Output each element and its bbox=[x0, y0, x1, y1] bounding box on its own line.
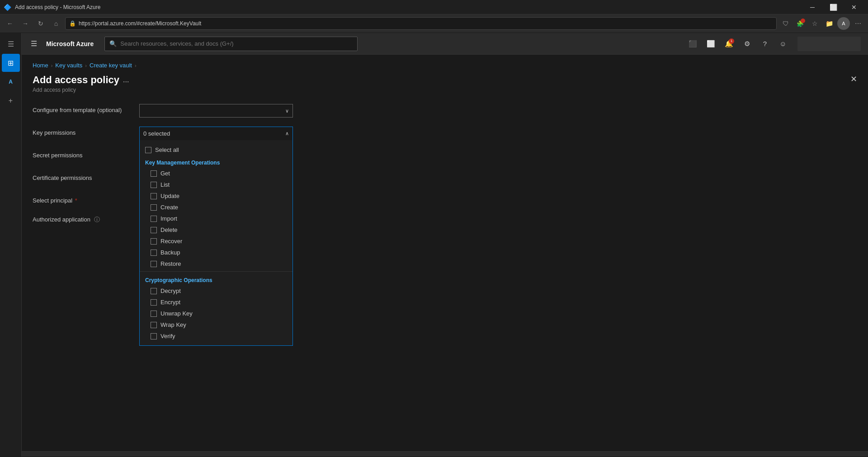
certificate-permissions-label: Certificate permissions bbox=[33, 172, 132, 181]
settings-btn[interactable]: ⚙ bbox=[740, 37, 754, 51]
breadcrumb-home[interactable]: Home bbox=[33, 62, 48, 69]
notification-badge: 1 bbox=[729, 38, 734, 44]
profile-section[interactable] bbox=[797, 37, 861, 51]
breadcrumb: Home › Key vaults › Create key vault › bbox=[33, 62, 857, 69]
browser-menu-btn[interactable]: ⋯ bbox=[852, 17, 864, 30]
help-btn[interactable]: ? bbox=[758, 37, 772, 51]
authorized-app-label: Authorized application ⓘ bbox=[33, 213, 132, 224]
select-all-checkbox[interactable] bbox=[145, 147, 151, 153]
breadcrumb-create[interactable]: Create key vault bbox=[90, 62, 132, 69]
create-label: Create bbox=[160, 204, 178, 211]
home-button[interactable]: ⌂ bbox=[50, 17, 62, 30]
notifications-btn[interactable]: 🔔 1 bbox=[722, 37, 736, 51]
minimize-button[interactable]: ─ bbox=[802, 0, 823, 14]
title-bar-controls: ─ ⬜ ✕ bbox=[802, 0, 864, 14]
feedback-btn[interactable]: ☺ bbox=[776, 37, 790, 51]
profile-avatar[interactable]: A bbox=[837, 17, 850, 30]
checkbox-encrypt[interactable]: Encrypt bbox=[140, 297, 292, 308]
checkbox-wrap-key[interactable]: Wrap Key bbox=[140, 319, 292, 330]
unwrap-key-label: Unwrap Key bbox=[160, 310, 193, 317]
main-area: ☰ Microsoft Azure 🔍 ⬛ ⬜ 🔔 1 ⚙ ? ☺ bbox=[22, 33, 868, 457]
azure-layout: ☰ ⊞ A + ☰ Microsoft Azure 🔍 ⬛ ⬜ 🔔 1 ⚙ ? bbox=[0, 33, 868, 457]
maximize-button[interactable]: ⬜ bbox=[823, 0, 844, 14]
template-chevron-down-icon: ∨ bbox=[285, 108, 289, 114]
more-options-btn[interactable]: ... bbox=[123, 76, 129, 84]
key-permissions-chevron-up-icon: ∧ bbox=[285, 131, 289, 137]
delete-checkbox[interactable] bbox=[151, 227, 157, 233]
select-all-row[interactable]: Select all bbox=[140, 144, 292, 156]
key-permissions-control: 0 selected ∧ Select all bbox=[139, 127, 320, 140]
section-divider bbox=[140, 271, 292, 272]
search-input[interactable] bbox=[120, 40, 353, 47]
checkbox-backup[interactable]: Backup bbox=[140, 247, 292, 258]
bottom-scrollbar[interactable] bbox=[22, 451, 868, 457]
refresh-button[interactable]: ↻ bbox=[34, 17, 47, 30]
form-area: Configure from template (optional) ∨ Key… bbox=[33, 104, 857, 245]
list-checkbox[interactable] bbox=[151, 182, 157, 188]
shield-icon-btn[interactable]: 🛡 bbox=[779, 17, 792, 30]
required-indicator: * bbox=[75, 197, 77, 204]
update-checkbox[interactable] bbox=[151, 193, 157, 199]
title-bar: 🔷 Add access policy - Microsoft Azure ─ … bbox=[0, 0, 868, 14]
sidebar-home-btn[interactable]: ⊞ bbox=[2, 54, 20, 72]
checkbox-create[interactable]: Create bbox=[140, 202, 292, 213]
top-nav: ☰ Microsoft Azure 🔍 ⬛ ⬜ 🔔 1 ⚙ ? ☺ bbox=[22, 33, 868, 55]
decrypt-checkbox[interactable] bbox=[151, 288, 157, 294]
search-icon: 🔍 bbox=[109, 40, 117, 47]
breadcrumb-sep-3: › bbox=[135, 63, 137, 68]
browser-chrome: ← → ↻ ⌂ 🔒 https://portal.azure.com/#crea… bbox=[0, 14, 868, 33]
forward-button[interactable]: → bbox=[19, 17, 32, 30]
import-checkbox[interactable] bbox=[151, 216, 157, 222]
backup-checkbox[interactable] bbox=[151, 250, 157, 256]
back-button[interactable]: ← bbox=[4, 17, 16, 30]
template-dropdown[interactable]: ∨ bbox=[139, 104, 293, 118]
page-title-group: Add access policy Add access policy bbox=[33, 74, 119, 93]
template-label: Configure from template (optional) bbox=[33, 104, 132, 113]
extension-btn[interactable]: 🧩 bbox=[794, 17, 807, 30]
key-permissions-dropdown[interactable]: 0 selected ∧ bbox=[139, 127, 293, 140]
close-panel-btn[interactable]: ✕ bbox=[850, 74, 857, 84]
checkbox-update[interactable]: Update bbox=[140, 190, 292, 202]
create-checkbox[interactable] bbox=[151, 204, 157, 211]
close-button[interactable]: ✕ bbox=[844, 0, 864, 14]
breadcrumb-sep-1: › bbox=[51, 63, 53, 68]
checkbox-recover[interactable]: Recover bbox=[140, 236, 292, 247]
browser-favicon: 🔷 bbox=[4, 4, 11, 11]
key-management-section-header: Key Management Operations bbox=[140, 156, 292, 168]
checkbox-decrypt[interactable]: Decrypt bbox=[140, 285, 292, 297]
cryptographic-section-header: Cryptographic Operations bbox=[140, 273, 292, 285]
verify-checkbox[interactable] bbox=[151, 333, 157, 339]
sidebar-add-btn[interactable]: + bbox=[2, 92, 20, 110]
collections-btn[interactable]: 📁 bbox=[823, 17, 835, 30]
checkbox-verify[interactable]: Verify bbox=[140, 330, 292, 342]
checkbox-list[interactable]: List bbox=[140, 179, 292, 190]
search-bar[interactable]: 🔍 bbox=[104, 37, 358, 51]
import-label: Import bbox=[160, 215, 177, 222]
nav-hamburger-btn[interactable]: ☰ bbox=[29, 38, 39, 50]
checkbox-unwrap-key[interactable]: Unwrap Key bbox=[140, 308, 292, 319]
unwrap-key-checkbox[interactable] bbox=[151, 311, 157, 317]
encrypt-checkbox[interactable] bbox=[151, 299, 157, 306]
get-checkbox[interactable] bbox=[151, 170, 157, 177]
checkbox-restore[interactable]: Restore bbox=[140, 258, 292, 269]
checkbox-import[interactable]: Import bbox=[140, 213, 292, 224]
info-icon[interactable]: ⓘ bbox=[94, 216, 100, 223]
restore-checkbox[interactable] bbox=[151, 261, 157, 267]
portal-settings-btn[interactable]: ⬜ bbox=[703, 37, 718, 51]
wrap-key-checkbox[interactable] bbox=[151, 322, 157, 328]
template-control: ∨ bbox=[139, 104, 320, 118]
sidebar-azure-btn[interactable]: A bbox=[2, 73, 20, 91]
cloud-shell-btn[interactable]: ⬛ bbox=[685, 37, 700, 51]
wrap-key-label: Wrap Key bbox=[160, 321, 186, 328]
address-bar[interactable]: 🔒 https://portal.azure.com/#create/Micro… bbox=[65, 17, 777, 30]
checkbox-get[interactable]: Get bbox=[140, 168, 292, 179]
select-principal-label: Select principal * bbox=[33, 194, 132, 204]
page-title: Add access policy bbox=[33, 74, 119, 86]
content-area: Home › Key vaults › Create key vault › A… bbox=[22, 55, 868, 451]
recover-checkbox[interactable] bbox=[151, 238, 157, 245]
hamburger-btn[interactable]: ☰ bbox=[2, 35, 20, 53]
breadcrumb-keyvaults[interactable]: Key vaults bbox=[55, 62, 82, 69]
favorites-btn[interactable]: ☆ bbox=[808, 17, 821, 30]
checkbox-delete[interactable]: Delete bbox=[140, 224, 292, 236]
recover-label: Recover bbox=[160, 238, 182, 245]
